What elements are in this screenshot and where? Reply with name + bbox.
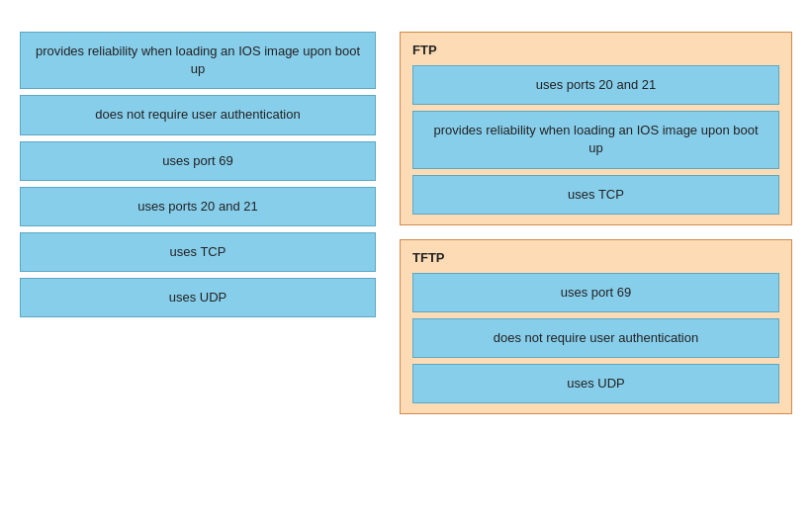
tftp-zone: TFTPuses port 69does not require user au… — [400, 239, 792, 415]
ftp-zone-items: uses ports 20 and 21provides reliability… — [412, 65, 779, 215]
source-item[interactable]: does not require user authentication — [20, 95, 376, 134]
drop-item[interactable]: uses TCP — [412, 175, 779, 215]
drop-item[interactable]: provides reliability when loading an IOS… — [412, 111, 779, 168]
ftp-zone: FTPuses ports 20 and 21provides reliabil… — [400, 32, 792, 225]
drop-item[interactable]: does not require user authentication — [412, 318, 779, 358]
drop-item[interactable]: uses ports 20 and 21 — [412, 65, 779, 105]
drop-item[interactable]: uses UDP — [412, 364, 779, 403]
source-item[interactable]: uses port 69 — [20, 141, 376, 181]
source-item[interactable]: uses UDP — [20, 278, 376, 317]
ftp-zone-title: FTP — [412, 43, 779, 57]
source-item[interactable]: uses ports 20 and 21 — [20, 187, 376, 226]
tftp-zone-title: TFTP — [412, 250, 779, 265]
tftp-zone-items: uses port 69does not require user authen… — [412, 273, 779, 404]
source-column: provides reliability when loading an IOS… — [20, 32, 376, 317]
drop-zones-column: FTPuses ports 20 and 21provides reliabil… — [400, 32, 792, 414]
source-item[interactable]: uses TCP — [20, 232, 376, 272]
source-item[interactable]: provides reliability when loading an IOS… — [20, 32, 376, 89]
drop-item[interactable]: uses port 69 — [412, 273, 779, 312]
